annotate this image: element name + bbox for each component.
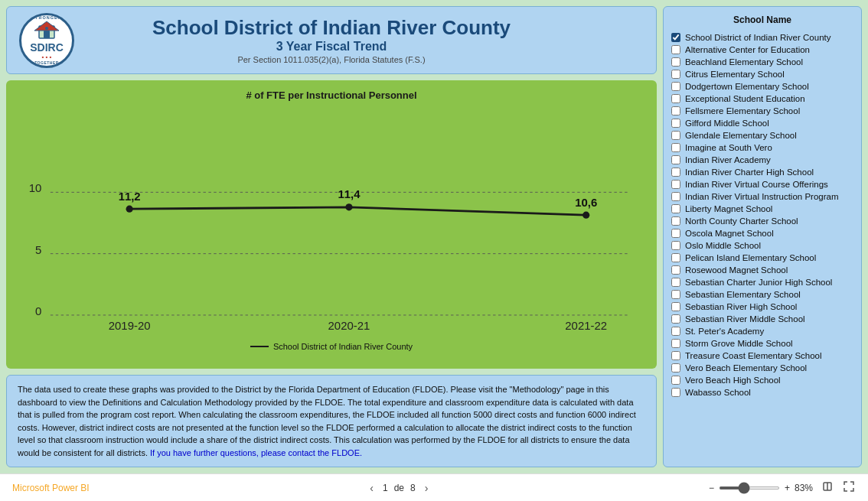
school-list-item[interactable]: Sebastian Elementary School (671, 288, 853, 301)
school-list-item[interactable]: Wabasso School (671, 386, 853, 399)
fullscreen-button[interactable] (842, 480, 856, 496)
page-current: 1 (383, 483, 388, 493)
school-checkbox[interactable] (671, 143, 680, 152)
school-name-label[interactable]: Glendale Elementary School (685, 131, 797, 140)
school-list-item[interactable]: Sebastian Charter Junior High School (671, 276, 853, 288)
school-name-label[interactable]: Storm Grove Middle School (685, 339, 793, 348)
school-name-label[interactable]: Sebastian Charter Junior High School (685, 278, 832, 287)
school-list-item[interactable]: Exceptional Student Education (671, 93, 853, 105)
school-checkbox[interactable] (671, 180, 680, 189)
school-name-label[interactable]: Fellsmere Elementary School (685, 106, 800, 115)
school-checkbox[interactable] (671, 94, 680, 103)
chart-legend-label: School District of Indian River County (273, 342, 413, 351)
school-list-item[interactable]: Oslo Middle School (671, 239, 853, 252)
school-list-item[interactable]: Treasure Coast Elementary School (671, 350, 853, 362)
school-name-label[interactable]: Pelican Island Elementary School (685, 253, 816, 262)
school-list-item[interactable]: Citrus Elementary School (671, 68, 853, 80)
school-name-label[interactable]: Sebastian River High School (685, 302, 797, 311)
school-checkbox[interactable] (671, 376, 680, 385)
school-list-item[interactable]: Indian River Charter High School (671, 166, 853, 178)
school-checkbox[interactable] (671, 327, 680, 336)
school-name-label[interactable]: Alternative Center for Education (685, 45, 810, 54)
school-list-item[interactable]: St. Peter's Academy (671, 325, 853, 337)
school-name-label[interactable]: School District of Indian River County (685, 33, 830, 42)
school-list-item[interactable]: Storm Grove Middle School (671, 337, 853, 350)
school-list-item[interactable]: Indian River Virtual Course Offerings (671, 178, 853, 190)
school-checkbox[interactable] (671, 388, 680, 397)
school-list-item[interactable]: Alternative Center for Education (671, 44, 853, 56)
school-name-label[interactable]: Vero Beach High School (685, 376, 781, 385)
school-name-label[interactable]: North County Charter School (685, 216, 798, 226)
school-name-label[interactable]: Oscola Magnet School (685, 229, 774, 238)
school-list-item[interactable]: Vero Beach High School (671, 374, 853, 386)
school-checkbox[interactable] (671, 168, 680, 177)
school-checkbox[interactable] (671, 204, 680, 213)
school-name-label[interactable]: Indian River Academy (685, 155, 771, 164)
school-name-label[interactable]: Oslo Middle School (685, 241, 761, 250)
school-name-label[interactable]: St. Peter's Academy (685, 327, 764, 336)
school-list[interactable]: School District of Indian River CountyAl… (671, 31, 853, 459)
school-name-label[interactable]: Rosewood Magnet School (685, 265, 788, 275)
school-checkbox[interactable] (671, 82, 680, 91)
school-name-label[interactable]: Gifford Middle School (685, 119, 769, 128)
prev-page-button[interactable]: ‹ (367, 480, 377, 496)
school-list-item[interactable]: Dodgertown Elementary School (671, 80, 853, 93)
school-list-item[interactable]: Pelican Island Elementary School (671, 252, 853, 264)
school-name-label[interactable]: Indian River Charter High School (685, 168, 814, 177)
zoom-value: 83% (795, 483, 813, 493)
school-name-label[interactable]: Sebastian River Middle School (685, 314, 805, 324)
school-checkbox[interactable] (671, 33, 680, 42)
school-list-item[interactable]: School District of Indian River County (671, 31, 853, 44)
school-checkbox[interactable] (671, 253, 680, 262)
school-list-item[interactable]: Rosewood Magnet School (671, 264, 853, 276)
school-name-label[interactable]: Dodgertown Elementary School (685, 82, 809, 91)
school-checkbox[interactable] (671, 57, 680, 67)
school-list-item[interactable]: Gifford Middle School (671, 117, 853, 129)
school-checkbox[interactable] (671, 216, 680, 226)
school-name-label[interactable]: Liberty Magnet School (685, 204, 772, 213)
school-name-label[interactable]: Sebastian Elementary School (685, 290, 801, 299)
school-list-item[interactable]: North County Charter School (671, 215, 853, 227)
school-list-item[interactable]: Fellsmere Elementary School (671, 105, 853, 117)
school-list-item[interactable]: Liberty Magnet School (671, 203, 853, 215)
next-page-button[interactable]: › (422, 480, 432, 496)
school-checkbox[interactable] (671, 131, 680, 140)
school-checkbox[interactable] (671, 155, 680, 164)
powerbi-link[interactable]: Microsoft Power BI (12, 483, 90, 493)
school-list-item[interactable]: Indian River Academy (671, 154, 853, 166)
school-checkbox[interactable] (671, 70, 680, 79)
school-list-item[interactable]: Oscola Magnet School (671, 227, 853, 239)
school-list-item[interactable]: Vero Beach Elementary School (671, 362, 853, 374)
school-checkbox[interactable] (671, 229, 680, 238)
school-checkbox[interactable] (671, 119, 680, 128)
school-name-label[interactable]: Exceptional Student Education (685, 94, 805, 103)
school-checkbox[interactable] (671, 290, 680, 299)
school-name-label[interactable]: Beachland Elementary School (685, 57, 803, 67)
school-name-label[interactable]: Imagine at South Vero (685, 143, 772, 152)
school-checkbox[interactable] (671, 265, 680, 275)
school-list-item[interactable]: Beachland Elementary School (671, 56, 853, 68)
school-name-label[interactable]: Indian River Virtual Course Offerings (685, 180, 828, 189)
school-checkbox[interactable] (671, 241, 680, 250)
school-checkbox[interactable] (671, 192, 680, 201)
school-checkbox[interactable] (671, 45, 680, 54)
school-checkbox[interactable] (671, 339, 680, 348)
school-list-item[interactable]: Sebastian River Middle School (671, 313, 853, 325)
zoom-slider[interactable] (719, 486, 780, 490)
school-checkbox[interactable] (671, 314, 680, 324)
school-name-label[interactable]: Indian River Virtual Instruction Program (685, 192, 839, 201)
fit-to-screen-button[interactable] (821, 480, 834, 496)
school-list-item[interactable]: Indian River Virtual Instruction Program (671, 190, 853, 203)
school-checkbox[interactable] (671, 278, 680, 287)
school-checkbox[interactable] (671, 363, 680, 372)
school-checkbox[interactable] (671, 302, 680, 311)
school-checkbox[interactable] (671, 106, 680, 115)
school-name-label[interactable]: Wabasso School (685, 388, 751, 397)
school-checkbox[interactable] (671, 351, 680, 360)
school-name-label[interactable]: Citrus Elementary School (685, 70, 785, 79)
school-list-item[interactable]: Imagine at South Vero (671, 142, 853, 154)
school-name-label[interactable]: Vero Beach Elementary School (685, 363, 807, 372)
school-list-item[interactable]: Sebastian River High School (671, 301, 853, 313)
school-name-label[interactable]: Treasure Coast Elementary School (685, 351, 822, 360)
school-list-item[interactable]: Glendale Elementary School (671, 129, 853, 142)
